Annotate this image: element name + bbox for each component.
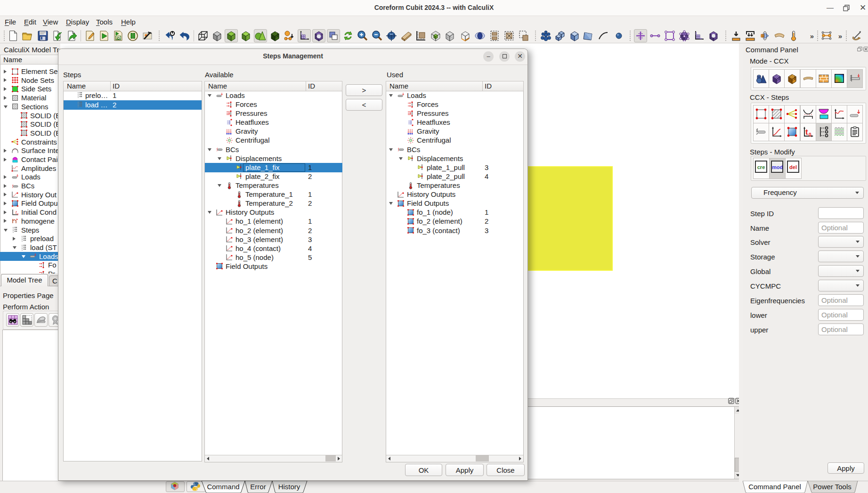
svg-text:Command Panel: Command Panel	[748, 483, 801, 491]
svg-text:t: t	[805, 128, 808, 137]
svg-text:0: 0	[809, 132, 811, 137]
svg-text:Command: Command	[207, 483, 239, 491]
svg-text:History: History	[278, 483, 300, 491]
svg-text:0: 0	[17, 213, 19, 216]
svg-text:»: »	[838, 32, 842, 40]
svg-text:Power Tools: Power Tools	[813, 483, 851, 491]
svg-text:»: »	[810, 32, 814, 40]
svg-text:Error: Error	[250, 483, 266, 491]
svg-text:ID: ID	[116, 36, 120, 40]
